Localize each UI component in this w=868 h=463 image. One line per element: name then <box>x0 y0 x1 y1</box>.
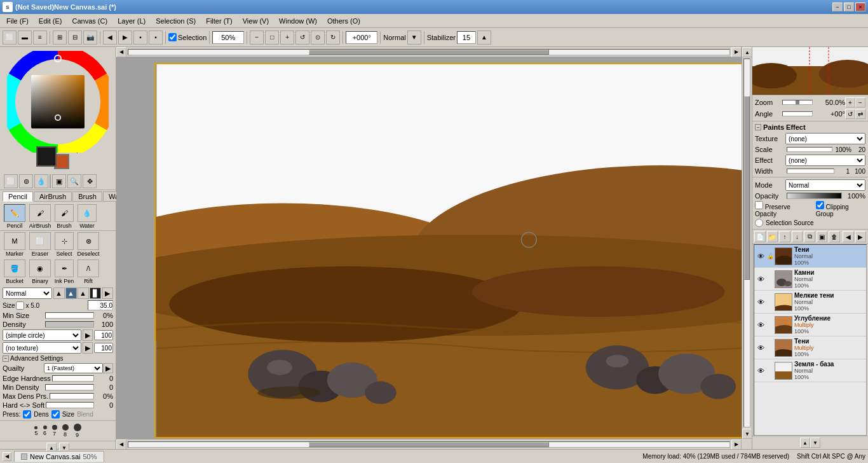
dens-checkbox[interactable] <box>23 410 31 418</box>
close-button[interactable]: × <box>855 3 865 11</box>
menu-layer[interactable]: Layer (L) <box>112 16 151 26</box>
layer-row-3[interactable]: 👁 Мелкие тени Normal 100% <box>754 291 866 314</box>
minsize-bar[interactable] <box>45 312 94 319</box>
quality-arrow[interactable]: ▶ <box>103 363 113 373</box>
shape-btn-4[interactable]: ▊ <box>90 287 101 299</box>
layer-row-6[interactable]: 👁 Земля - база Normal 100% <box>754 359 866 382</box>
canvas-tab-1[interactable]: New Canvas.sai 50% <box>14 451 104 462</box>
layer-row-5[interactable]: 👁 Тени Multiply 100% <box>754 336 866 359</box>
tab-brush[interactable]: Brush <box>72 191 102 202</box>
texture-val[interactable] <box>94 343 113 353</box>
eye-icon-4[interactable]: 👁 <box>756 320 766 330</box>
size-value-input[interactable] <box>88 300 113 310</box>
eraser-icon[interactable]: ⬜ <box>29 232 51 250</box>
stabilizer-input[interactable] <box>457 31 476 44</box>
selection-checkbox-label[interactable]: Selection <box>168 33 207 41</box>
hscroll-left-btn[interactable]: ◀ <box>116 439 126 450</box>
dot-5[interactable] <box>34 426 37 429</box>
eye-icon-3[interactable]: 👁 <box>756 297 766 307</box>
width-bar[interactable] <box>787 169 834 174</box>
preserve-opacity-label[interactable]: Preserve Opacity <box>755 201 811 218</box>
new-layer-folder-btn[interactable]: 📁 <box>767 231 778 242</box>
angle-input[interactable] <box>346 31 377 44</box>
layer-extra-btn2[interactable]: ▶ <box>855 231 867 242</box>
eye-icon-2[interactable]: 👁 <box>756 274 766 284</box>
water-icon[interactable]: 💧 <box>78 204 97 222</box>
scroll-up-btn[interactable]: ▲ <box>742 47 752 57</box>
density-bar[interactable] <box>45 321 94 328</box>
inkpen-icon[interactable]: ✒ <box>55 259 74 277</box>
brush-icon[interactable]: 🖌 <box>55 204 74 222</box>
layer-down-btn[interactable]: ↓ <box>792 231 803 242</box>
tab-airbrush[interactable]: AirBrush <box>34 191 72 202</box>
move-tool[interactable]: ✥ <box>83 174 97 188</box>
edge-hardness-bar[interactable] <box>52 375 94 382</box>
deselect-icon[interactable]: ⊗ <box>78 232 99 250</box>
shape-btn-3[interactable]: ▲ <box>78 287 89 299</box>
zoom-tool[interactable]: 🔍 <box>67 174 81 188</box>
size-checkbox[interactable] <box>16 301 24 310</box>
texture-select-arrow[interactable]: ▶ <box>83 342 93 354</box>
scroll-down-btn[interactable]: ▼ <box>742 429 752 439</box>
select-rect-tool[interactable]: ⬜ <box>4 174 18 188</box>
tb-snap[interactable]: 📷 <box>83 31 97 45</box>
color-wheel-container[interactable] <box>7 51 109 153</box>
clipping-group-check[interactable] <box>816 201 824 209</box>
hscroll-right-btn[interactable]: ▶ <box>731 439 742 450</box>
tb-stab-up[interactable]: ▲ <box>477 31 491 45</box>
tb-nav1[interactable]: ◀ <box>103 31 117 45</box>
dot-7[interactable] <box>52 425 57 430</box>
tb-tool3[interactable]: ≡ <box>33 31 47 45</box>
tb-zoom-in[interactable]: + <box>280 31 294 45</box>
menu-others[interactable]: Others (O) <box>322 16 365 26</box>
tb-tool1[interactable]: ⬜ <box>3 31 17 45</box>
vscroll-track[interactable] <box>743 59 750 427</box>
shape-val[interactable] <box>94 330 113 340</box>
angle-reset-btn[interactable]: ↺ <box>845 109 855 119</box>
zoom-slider-track[interactable] <box>782 100 813 105</box>
hscroll-thumb[interactable] <box>309 50 549 55</box>
menu-filter[interactable]: Filter (T) <box>201 16 238 26</box>
right-scroll-down[interactable]: ▼ <box>810 438 820 448</box>
layer-row-2[interactable]: 👁 Камни Normal 100% <box>754 268 866 291</box>
eye-icon-6[interactable]: 👁 <box>756 366 766 376</box>
menu-edit[interactable]: Edit (E) <box>34 16 67 26</box>
marker-icon[interactable]: M <box>4 232 25 250</box>
binary-icon[interactable]: ◉ <box>29 259 51 277</box>
eye-icon-5[interactable]: 👁 <box>756 343 766 353</box>
hard-soft-bar[interactable] <box>46 402 94 408</box>
rift-icon[interactable]: /\ <box>78 259 99 277</box>
shape-btn-1[interactable]: ▲ <box>53 287 65 299</box>
tb-mode-btn[interactable]: ▼ <box>407 31 421 45</box>
angle-slider-track[interactable] <box>782 111 813 116</box>
texture-effect-select[interactable]: (none) <box>785 133 865 144</box>
tb-grid1[interactable]: ⊞ <box>53 31 67 45</box>
menu-window[interactable]: Window (W) <box>274 16 322 26</box>
layer-row-1[interactable]: 👁 🔓 Тени Normal 100% <box>754 245 866 268</box>
fill-tool[interactable]: ▣ <box>52 174 66 188</box>
minimize-button[interactable]: − <box>832 3 843 11</box>
tb-rotate-cw[interactable]: ↻ <box>326 31 340 45</box>
hscroll-bottom-thumb[interactable] <box>309 442 549 447</box>
brush-shape-select[interactable]: (simple circle) <box>3 329 81 341</box>
tb-rotate-ccw[interactable]: ↺ <box>295 31 309 45</box>
canvas-area[interactable]: ◀ ▶ <box>116 47 752 449</box>
tab-left-btn[interactable]: ◀ <box>3 452 11 461</box>
layer-up-btn[interactable]: ↑ <box>779 231 790 242</box>
tb-zoom-out[interactable]: − <box>250 31 264 45</box>
right-scroll-up[interactable]: ▲ <box>800 438 810 448</box>
dot-9[interactable] <box>74 424 81 431</box>
shape-select-arrow[interactable]: ▶ <box>83 329 93 341</box>
quality-select[interactable]: 1 (Fastest) <box>44 363 103 373</box>
dot-8[interactable] <box>62 424 69 431</box>
tb-nav3[interactable]: ▪ <box>133 31 147 45</box>
layer-merge-btn[interactable]: ▣ <box>817 231 828 242</box>
blend-mode-select[interactable]: Normal <box>3 287 52 299</box>
tab-pencil[interactable]: Pencil <box>3 191 33 202</box>
hscroll-bottom-track[interactable] <box>128 441 730 448</box>
opacity-bar[interactable] <box>787 193 842 199</box>
scale-bar[interactable] <box>787 147 832 152</box>
menu-view[interactable]: View (V) <box>238 16 274 26</box>
menu-selection[interactable]: Selection (S) <box>151 16 201 26</box>
max-dens-bar[interactable] <box>50 393 94 399</box>
